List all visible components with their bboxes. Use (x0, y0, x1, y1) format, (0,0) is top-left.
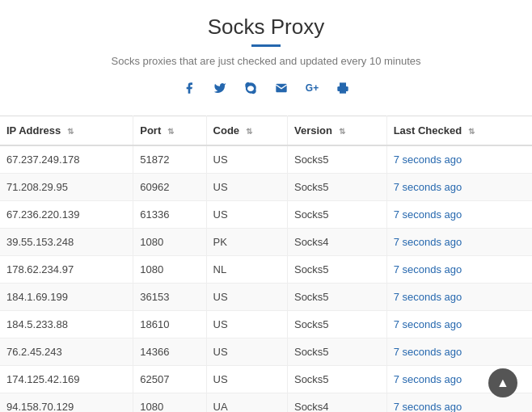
email-icon[interactable] (270, 77, 293, 99)
cell-last_checked: 7 seconds ago (386, 338, 532, 366)
cell-port: 61336 (133, 201, 206, 229)
cell-last_checked: 7 seconds ago (386, 284, 532, 311)
sort-icon-ip: ⇅ (67, 127, 74, 136)
header-row: IP Address ⇅ Port ⇅ Code ⇅ Version ⇅ Las… (0, 116, 532, 146)
cell-version: Socks5 (287, 366, 386, 393)
cell-version: Socks5 (287, 145, 386, 174)
sort-icon-last-checked: ⇅ (468, 127, 475, 136)
table-row: 39.55.153.2481080PKSocks47 seconds ago (0, 229, 532, 256)
table-row: 76.2.45.24314366USSocks57 seconds ago (0, 338, 532, 366)
skype-icon[interactable] (239, 77, 262, 99)
cell-version: Socks5 (287, 201, 386, 229)
col-code[interactable]: Code ⇅ (206, 116, 287, 146)
page-title: Socks Proxy (8, 15, 524, 40)
cell-port: 60962 (133, 174, 206, 201)
cell-port: 62507 (133, 366, 206, 393)
proxy-table-container: IP Address ⇅ Port ⇅ Code ⇅ Version ⇅ Las… (0, 116, 532, 412)
subtitle: Socks proxies that are just checked and … (8, 55, 524, 67)
cell-last_checked: 7 seconds ago (386, 229, 532, 256)
sort-icon-version: ⇅ (339, 127, 345, 136)
scroll-top-button[interactable]: ▲ (488, 368, 517, 397)
cell-last_checked: 7 seconds ago (386, 256, 532, 284)
cell-code: US (206, 338, 287, 366)
col-last-checked[interactable]: Last Checked ⇅ (386, 116, 532, 146)
cell-version: Socks5 (287, 338, 386, 366)
cell-ip: 178.62.234.97 (0, 256, 133, 284)
cell-ip: 71.208.29.95 (0, 174, 133, 201)
col-ip[interactable]: IP Address ⇅ (0, 116, 133, 146)
cell-ip: 67.237.249.178 (0, 145, 133, 174)
table-row: 94.158.70.1291080UASocks47 seconds ago (0, 393, 532, 413)
facebook-icon[interactable] (178, 77, 201, 99)
cell-version: Socks5 (287, 311, 386, 338)
table-body: 67.237.249.17851872USSocks57 seconds ago… (0, 145, 532, 412)
table-row: 178.62.234.971080NLSocks57 seconds ago (0, 256, 532, 284)
cell-last_checked: 7 seconds ago (386, 393, 532, 413)
cell-ip: 174.125.42.169 (0, 366, 133, 393)
cell-ip: 184.1.69.199 (0, 284, 133, 311)
table-row: 71.208.29.9560962USSocks57 seconds ago (0, 174, 532, 201)
col-port[interactable]: Port ⇅ (133, 116, 206, 146)
title-underline (251, 44, 281, 47)
page-wrapper: Socks Proxy Socks proxies that are just … (0, 0, 532, 412)
cell-code: US (206, 311, 287, 338)
cell-ip: 94.158.70.129 (0, 393, 133, 413)
google-plus-icon[interactable]: G+ (301, 77, 323, 99)
cell-last_checked: 7 seconds ago (386, 145, 532, 174)
cell-code: US (206, 366, 287, 393)
col-version[interactable]: Version ⇅ (287, 116, 386, 146)
cell-code: US (206, 145, 287, 174)
cell-code: PK (206, 229, 287, 256)
sort-icon-port: ⇅ (167, 127, 174, 136)
cell-last_checked: 7 seconds ago (386, 201, 532, 229)
table-row: 67.236.220.13961336USSocks57 seconds ago (0, 201, 532, 229)
cell-code: UA (206, 393, 287, 413)
table-row: 174.125.42.16962507USSocks57 seconds ago (0, 366, 532, 393)
proxy-table: IP Address ⇅ Port ⇅ Code ⇅ Version ⇅ Las… (0, 116, 532, 412)
cell-version: Socks4 (287, 229, 386, 256)
cell-port: 1080 (133, 256, 206, 284)
cell-code: NL (206, 256, 287, 284)
table-header: IP Address ⇅ Port ⇅ Code ⇅ Version ⇅ Las… (0, 116, 532, 146)
cell-port: 36153 (133, 284, 206, 311)
cell-ip: 67.236.220.139 (0, 201, 133, 229)
cell-last_checked: 7 seconds ago (386, 174, 532, 201)
cell-port: 51872 (133, 145, 206, 174)
cell-port: 14366 (133, 338, 206, 366)
cell-ip: 76.2.45.243 (0, 338, 133, 366)
page-header: Socks Proxy Socks proxies that are just … (0, 0, 532, 116)
cell-port: 1080 (133, 393, 206, 413)
cell-last_checked: 7 seconds ago (386, 311, 532, 338)
table-row: 67.237.249.17851872USSocks57 seconds ago (0, 145, 532, 174)
cell-code: US (206, 284, 287, 311)
cell-code: US (206, 201, 287, 229)
social-icons-bar: G+ (8, 77, 524, 99)
cell-port: 1080 (133, 229, 206, 256)
print-icon[interactable] (331, 77, 354, 99)
table-row: 184.1.69.19936153USSocks57 seconds ago (0, 284, 532, 311)
sort-icon-code: ⇅ (246, 127, 252, 136)
cell-ip: 184.5.233.88 (0, 311, 133, 338)
cell-code: US (206, 174, 287, 201)
cell-ip: 39.55.153.248 (0, 229, 133, 256)
cell-version: Socks5 (287, 284, 386, 311)
cell-version: Socks5 (287, 256, 386, 284)
svg-rect-0 (340, 89, 346, 93)
cell-port: 18610 (133, 311, 206, 338)
cell-version: Socks4 (287, 393, 386, 413)
table-row: 184.5.233.8818610USSocks57 seconds ago (0, 311, 532, 338)
cell-version: Socks5 (287, 174, 386, 201)
twitter-icon[interactable] (209, 77, 231, 99)
